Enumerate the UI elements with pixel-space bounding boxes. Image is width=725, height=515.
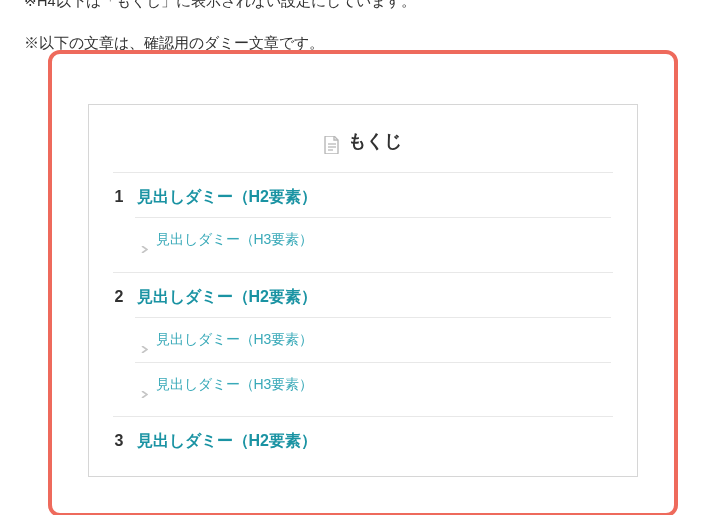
toc-subitem-label: 見出しダミー（H3要素）: [156, 372, 314, 397]
toc-subitem-label: 見出しダミー（H3要素）: [156, 227, 314, 252]
toc-item-label: 見出しダミー（H2要素）: [137, 427, 317, 456]
highlight-frame: もくじ 見出しダミー（H2要素）: [48, 50, 678, 515]
toc-subitem-label: 見出しダミー（H3要素）: [156, 327, 314, 352]
toc-link-h2[interactable]: 見出しダミー（H2要素）: [115, 183, 611, 212]
toc-title-row: もくじ: [113, 125, 613, 157]
chevron-right-icon: [141, 381, 148, 388]
document-icon: [324, 132, 340, 150]
chevron-right-icon: [141, 236, 148, 243]
toc-link-h3[interactable]: 見出しダミー（H3要素）: [135, 217, 611, 261]
toc-item-label: 見出しダミー（H2要素）: [137, 183, 317, 212]
toc-box: もくじ 見出しダミー（H2要素）: [88, 104, 638, 476]
note-h4-setting: ※H4以下は「もくじ」に表示されない設定にしています。: [24, 0, 701, 14]
toc-item-h2: 見出しダミー（H2要素） 見出しダミー（H3要素）: [113, 272, 613, 416]
toc-item-number: [115, 183, 127, 212]
toc-list: 見出しダミー（H2要素） 見出しダミー（H3要素）: [113, 172, 613, 470]
toc-title-text: もくじ: [348, 125, 402, 157]
toc-item-number: [115, 283, 127, 312]
chevron-right-icon: [141, 336, 148, 343]
toc-link-h2[interactable]: 見出しダミー（H2要素）: [115, 427, 611, 456]
toc-item-number: [115, 427, 127, 456]
toc-link-h3[interactable]: 見出しダミー（H3要素）: [135, 317, 611, 361]
toc-item-label: 見出しダミー（H2要素）: [137, 283, 317, 312]
toc-link-h3[interactable]: 見出しダミー（H3要素）: [135, 362, 611, 406]
toc-item-h2: 見出しダミー（H2要素）: [113, 416, 613, 470]
toc-sublist: 見出しダミー（H3要素）: [115, 217, 611, 261]
toc-item-h2: 見出しダミー（H2要素） 見出しダミー（H3要素）: [113, 172, 613, 272]
toc-link-h2[interactable]: 見出しダミー（H2要素）: [115, 283, 611, 312]
toc-sublist: 見出しダミー（H3要素） 見出しダミー（H3要素）: [115, 317, 611, 405]
